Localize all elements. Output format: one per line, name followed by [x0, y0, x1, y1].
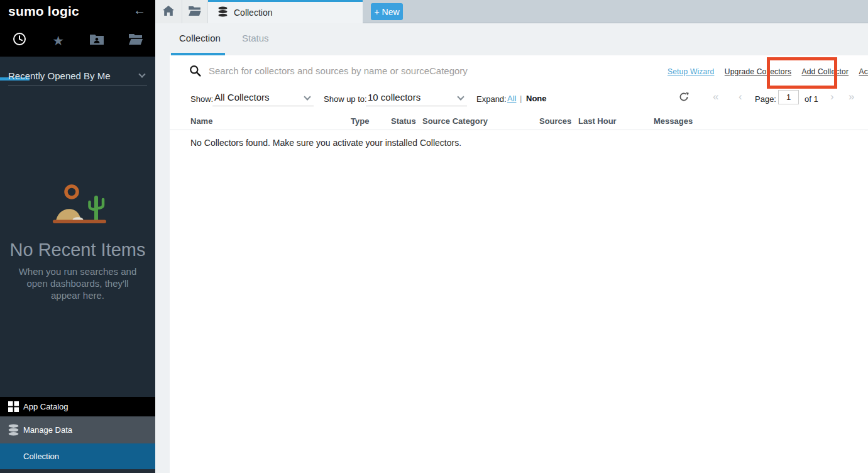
- tab-strip-background: + New: [363, 0, 868, 23]
- no-recent-items-title: No Recent Items: [0, 240, 155, 260]
- no-collectors-message: No Collectors found. Make sure you activ…: [190, 138, 461, 148]
- sidebar-icon-nav: ★: [0, 24, 155, 57]
- access-keys-link[interactable]: Access Keys: [859, 67, 868, 76]
- home-tab-button[interactable]: [155, 0, 182, 23]
- sidebar: sumo logic ← ★: [0, 0, 155, 473]
- folder-icon: [129, 33, 143, 47]
- pagination-first-icon[interactable]: «: [713, 91, 718, 103]
- sumo-logic-logo: sumo logic: [8, 4, 79, 19]
- sidebar-tab-favorites[interactable]: ★: [39, 24, 78, 57]
- sidebar-item-label: App Catalog: [23, 402, 69, 411]
- column-header-type[interactable]: Type: [351, 116, 369, 126]
- page-of-label: of 1: [805, 94, 818, 104]
- library-tab-button[interactable]: [182, 0, 208, 23]
- search-input[interactable]: [207, 62, 597, 79]
- pagination-last-icon[interactable]: »: [849, 91, 854, 103]
- page-number-input[interactable]: [778, 90, 799, 104]
- annotation-highlight-box: [767, 57, 837, 89]
- column-header-last-hour[interactable]: Last Hour: [578, 116, 617, 126]
- database-icon: [218, 6, 228, 19]
- column-header-messages[interactable]: Messages: [654, 116, 693, 126]
- sidebar-tab-library[interactable]: [116, 24, 155, 57]
- grid-icon: [8, 401, 23, 412]
- open-folder-icon: [189, 6, 201, 18]
- subtab-status[interactable]: Status: [242, 33, 269, 43]
- ground-shape: [53, 220, 106, 224]
- collectors-table-header: Name Type Status Source Category Sources…: [170, 115, 868, 130]
- top-tab-strip: Collection + New: [155, 0, 868, 23]
- show-up-to-label: Show up to:: [324, 94, 367, 104]
- subtab-collection[interactable]: Collection: [179, 33, 221, 43]
- show-filter-value: All Collectors: [214, 92, 270, 103]
- tab-collection[interactable]: Collection: [208, 0, 363, 23]
- column-header-sources[interactable]: Sources: [539, 116, 571, 126]
- sidebar-bottom-strip: [0, 469, 155, 473]
- tab-label: Collection: [234, 8, 272, 18]
- sun-icon: [66, 186, 77, 198]
- chevron-down-icon: [457, 93, 464, 100]
- expand-label: Expand:: [476, 94, 507, 104]
- show-up-to-dropdown[interactable]: 10 collectors: [366, 90, 467, 106]
- recent-filter-dropdown[interactable]: Recently Opened By Me: [8, 65, 147, 86]
- expand-none-link[interactable]: None: [526, 94, 547, 103]
- desert-empty-state-illustration: [0, 182, 155, 230]
- column-header-status[interactable]: Status: [391, 116, 416, 126]
- refresh-icon[interactable]: [679, 92, 689, 104]
- sidebar-tab-recents[interactable]: [0, 24, 39, 57]
- page-label: Page:: [755, 94, 776, 104]
- clock-icon: [13, 32, 26, 48]
- chevron-down-icon: [138, 70, 145, 77]
- sidebar-item-label: Collection: [23, 452, 59, 461]
- database-icon: [8, 424, 23, 436]
- sidebar-tab-shared[interactable]: [78, 24, 117, 57]
- sidebar-item-manage-data[interactable]: Manage Data: [0, 416, 155, 443]
- recent-filter-label: Recently Opened By Me: [8, 70, 111, 81]
- setup-wizard-link[interactable]: Setup Wizard: [667, 67, 714, 76]
- no-recent-items-subtitle: When you run searches and open dashboard…: [13, 265, 142, 301]
- show-up-to-value: 10 collectors: [368, 92, 420, 103]
- expand-all-link[interactable]: All: [507, 94, 516, 103]
- home-icon: [163, 6, 174, 18]
- expand-divider: |: [520, 94, 522, 103]
- collapse-sidebar-arrow-icon[interactable]: ←: [133, 3, 146, 18]
- sidebar-item-collection[interactable]: Collection: [0, 443, 155, 469]
- search-icon: [189, 65, 201, 79]
- sidebar-item-app-catalog[interactable]: App Catalog: [0, 397, 155, 416]
- star-icon: ★: [52, 34, 64, 47]
- shared-folder-icon: [90, 33, 104, 47]
- chevron-down-icon: [304, 93, 310, 100]
- new-tab-button[interactable]: + New: [371, 3, 403, 20]
- column-header-source-category[interactable]: Source Category: [422, 116, 488, 126]
- collection-panel: Setup Wizard Upgrade Collectors Add Coll…: [170, 55, 868, 473]
- column-header-name[interactable]: Name: [190, 116, 212, 126]
- sidebar-header: sumo logic ←: [0, 0, 155, 24]
- pagination-next-icon[interactable]: ›: [830, 91, 834, 103]
- pagination-prev-icon[interactable]: ‹: [739, 91, 742, 103]
- page-subtabs: Collection Status: [155, 23, 868, 55]
- show-filter-dropdown[interactable]: All Collectors: [212, 90, 314, 106]
- cactus-icon: [89, 198, 103, 221]
- show-filter-label: Show:: [190, 94, 213, 104]
- sidebar-item-label: Manage Data: [23, 425, 72, 435]
